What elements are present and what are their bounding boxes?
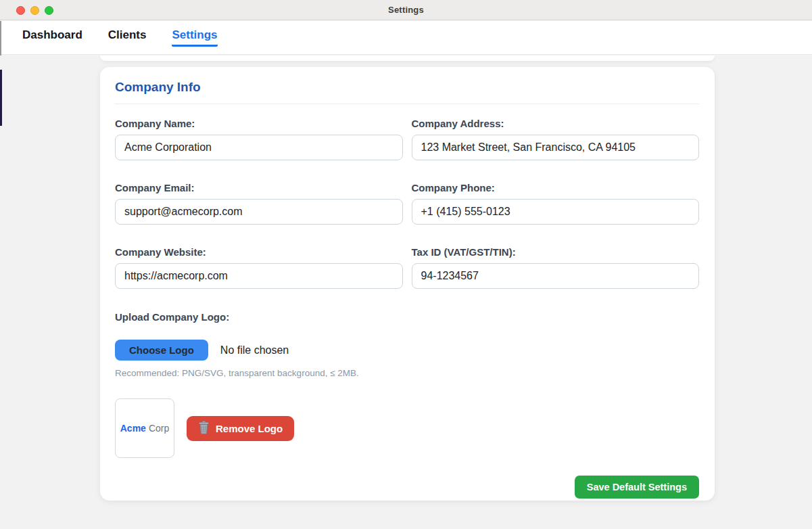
trash-icon bbox=[198, 421, 210, 436]
close-window-button[interactable] bbox=[16, 6, 25, 15]
field-company-phone: Company Phone: bbox=[412, 182, 700, 225]
tab-clients[interactable]: Clients bbox=[108, 28, 147, 47]
company-website-input[interactable] bbox=[115, 263, 403, 289]
logo-brand-secondary: Corp bbox=[149, 423, 169, 434]
settings-content-area: Company Info Company Name: Company Addre… bbox=[0, 55, 812, 529]
field-company-address: Company Address: bbox=[412, 118, 700, 160]
nav-bar: Dashboard Clients Settings bbox=[0, 21, 812, 55]
field-company-name: Company Name: bbox=[115, 118, 403, 160]
window-title: Settings bbox=[388, 5, 424, 15]
remove-logo-button[interactable]: Remove Logo bbox=[187, 416, 294, 441]
company-address-input[interactable] bbox=[412, 135, 700, 160]
company-address-label: Company Address: bbox=[412, 118, 700, 129]
previous-card-bottom-edge bbox=[100, 55, 715, 61]
company-phone-label: Company Phone: bbox=[412, 182, 700, 193]
tab-settings[interactable]: Settings bbox=[172, 28, 217, 47]
minimize-window-button[interactable] bbox=[30, 6, 39, 15]
company-email-label: Company Email: bbox=[115, 182, 403, 193]
company-email-input[interactable] bbox=[115, 199, 403, 225]
logo-preview: Acme Corp bbox=[115, 398, 174, 458]
upload-hint-text: Recommended: PNG/SVG, transparent backgr… bbox=[115, 368, 699, 378]
upload-logo-label: Upload Company Logo: bbox=[115, 311, 699, 323]
tab-dashboard-label: Dashboard bbox=[22, 28, 82, 47]
window-edge-shadow bbox=[0, 21, 1, 55]
logo-preview-row: Acme Corp Remove Logo bbox=[115, 398, 699, 458]
company-info-card: Company Info Company Name: Company Addre… bbox=[100, 67, 715, 501]
choose-logo-button[interactable]: Choose Logo bbox=[115, 340, 208, 361]
tab-dashboard[interactable]: Dashboard bbox=[22, 28, 82, 47]
save-row: Save Default Settings bbox=[115, 476, 699, 499]
field-company-email: Company Email: bbox=[115, 182, 403, 225]
window-titlebar: Settings bbox=[0, 0, 812, 20]
company-name-input[interactable] bbox=[115, 135, 403, 160]
field-company-website: Company Website: bbox=[115, 246, 403, 289]
remove-logo-label: Remove Logo bbox=[216, 423, 283, 434]
tax-id-input[interactable] bbox=[412, 263, 700, 289]
tab-settings-label: Settings bbox=[172, 28, 217, 47]
no-file-chosen-text: No file chosen bbox=[220, 344, 289, 356]
file-input-row: Choose Logo No file chosen bbox=[115, 340, 699, 361]
field-tax-id: Tax ID (VAT/GST/TIN): bbox=[412, 246, 700, 289]
traffic-lights bbox=[16, 0, 53, 20]
save-default-settings-button[interactable]: Save Default Settings bbox=[575, 476, 699, 499]
logo-upload-section: Upload Company Logo: Choose Logo No file… bbox=[115, 311, 699, 458]
background-window-sliver bbox=[0, 70, 2, 126]
tax-id-label: Tax ID (VAT/GST/TIN): bbox=[412, 246, 700, 258]
section-title: Company Info bbox=[115, 80, 699, 104]
company-name-label: Company Name: bbox=[115, 118, 403, 129]
company-website-label: Company Website: bbox=[115, 246, 403, 258]
company-info-form: Company Name: Company Address: Company E… bbox=[115, 118, 699, 289]
tab-clients-label: Clients bbox=[108, 28, 147, 47]
logo-brand-primary: Acme bbox=[120, 423, 146, 434]
zoom-window-button[interactable] bbox=[45, 6, 53, 15]
company-phone-input[interactable] bbox=[412, 199, 700, 225]
